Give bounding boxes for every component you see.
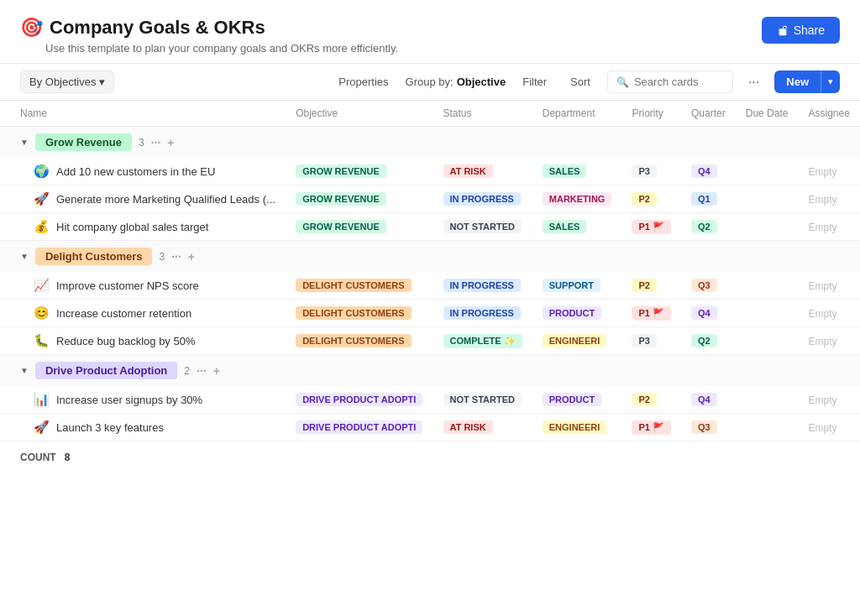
table-row[interactable]: 📈 Improve customer NPS score DELIGHT CUS… (0, 272, 860, 300)
department-badge: PRODUCT (543, 306, 601, 320)
header-title-row: 🎯 Company Goals & OKRs (20, 17, 398, 39)
view-label: By Objectives (29, 76, 96, 88)
objective-badge: GROW REVENUE (296, 192, 386, 206)
filter-button[interactable]: Filter (516, 72, 553, 91)
search-icon: 🔍 (616, 76, 629, 88)
cell-priority: P2 (621, 185, 681, 213)
row-icon: 🐛 (34, 333, 50, 348)
more-options-button[interactable]: ··· (743, 73, 764, 91)
group-add-drive-product-adoption[interactable]: + (213, 364, 220, 378)
cell-name: 📈 Improve customer NPS score (0, 272, 286, 300)
assignee-value: Empty (809, 422, 837, 434)
group-row-drive-product-adoption: ▼ Drive Product Adoption 2 ··· + (0, 355, 860, 387)
group-add-delight-customers[interactable]: + (188, 250, 195, 264)
priority-badge: P2 (632, 393, 656, 406)
status-badge: NOT STARTED (443, 220, 522, 233)
row-icon: 📊 (34, 392, 50, 407)
quarter-badge: Q2 (691, 334, 717, 347)
cell-due-date (736, 185, 799, 213)
view-selector[interactable]: By Objectives ▾ (20, 70, 114, 93)
col-priority: Priority (621, 101, 681, 127)
cell-objective: GROW REVENUE (286, 185, 433, 213)
search-box[interactable]: 🔍 (607, 70, 733, 93)
row-name: Add 10 new customers in the EU (56, 165, 215, 178)
main-table: Name Objective Status Department Priorit… (0, 101, 860, 473)
table-row[interactable]: 🌍 Add 10 new customers in the EU GROW RE… (0, 158, 860, 185)
group-chevron-delight-customers[interactable]: ▼ (20, 252, 29, 261)
table-row[interactable]: 📊 Increase user signups by 30% DRIVE PRO… (0, 386, 860, 414)
table-row[interactable]: 🐛 Reduce bug backlog by 50% DELIGHT CUST… (0, 327, 860, 355)
department-badge: PRODUCT (543, 393, 601, 406)
col-quarter: Quarter (681, 101, 736, 127)
properties-button[interactable]: Properties (332, 72, 395, 91)
priority-badge: P1 🚩 (632, 220, 671, 234)
group-more-drive-product-adoption[interactable]: ··· (197, 364, 207, 378)
assignee-value: Empty (809, 394, 837, 406)
priority-badge: P3 (632, 334, 656, 347)
table-row[interactable]: 😊 Increase customer retention DELIGHT CU… (0, 300, 860, 327)
share-label: Share (794, 23, 825, 37)
new-btn-group: New ▾ (774, 70, 840, 93)
cell-due-date (736, 300, 799, 327)
cell-due-date (736, 158, 799, 185)
cell-quarter: Q1 (681, 185, 736, 213)
group-chevron-drive-product-adoption[interactable]: ▼ (20, 366, 29, 375)
priority-badge: P1 🚩 (632, 306, 671, 321)
group-label-drive-product-adoption: Drive Product Adoption (35, 362, 177, 379)
table-row[interactable]: 🚀 Generate more Marketing Qualified Lead… (0, 185, 860, 213)
group-label-grow-revenue: Grow Revenue (35, 133, 132, 151)
cell-status: IN PROGRESS (433, 272, 532, 300)
new-button[interactable]: New (774, 70, 821, 93)
status-badge: IN PROGRESS (443, 192, 521, 206)
cell-due-date (736, 327, 799, 355)
table-row[interactable]: 💰 Hit company global sales target GROW R… (0, 213, 860, 241)
row-icon: 💰 (34, 219, 50, 234)
cell-name: 🌍 Add 10 new customers in the EU (0, 158, 286, 185)
col-assignee: Assignee (799, 101, 860, 127)
cell-department: MARKETING (532, 185, 622, 213)
row-icon: 🚀 (34, 191, 50, 206)
new-button-dropdown[interactable]: ▾ (821, 70, 840, 93)
col-department: Department (532, 101, 622, 127)
quarter-badge: Q4 (691, 306, 717, 320)
cell-assignee: Empty (799, 185, 860, 213)
group-add-grow-revenue[interactable]: + (167, 136, 174, 149)
cell-assignee: Empty (799, 327, 860, 355)
group-chevron-grow-revenue[interactable]: ▼ (20, 138, 29, 147)
search-input[interactable] (634, 76, 724, 88)
table-row[interactable]: 🚀 Launch 3 key features DRIVE PRODUCT AD… (0, 414, 860, 441)
group-by-value[interactable]: Objective (457, 76, 506, 88)
assignee-value: Empty (809, 194, 837, 206)
cell-objective: DELIGHT CUSTOMERS (286, 327, 433, 355)
quarter-badge: Q2 (691, 220, 717, 233)
cell-name: 😊 Increase customer retention (0, 300, 286, 327)
status-badge: IN PROGRESS (443, 306, 521, 320)
priority-badge: P2 (632, 279, 656, 292)
cell-assignee: Empty (799, 213, 860, 241)
group-count-grow-revenue: 3 (139, 137, 144, 149)
row-icon: 📈 (34, 278, 50, 293)
status-badge: NOT STARTED (443, 393, 522, 406)
sort-button[interactable]: Sort (564, 72, 597, 91)
group-label-delight-customers: Delight Customers (35, 248, 153, 265)
cell-priority: P1 🚩 (621, 213, 681, 241)
department-badge: SALES (543, 220, 587, 233)
cell-assignee: Empty (799, 300, 860, 327)
assignee-value: Empty (809, 336, 837, 347)
cell-objective: DELIGHT CUSTOMERS (286, 300, 433, 327)
header: 🎯 Company Goals & OKRs Use this template… (0, 0, 860, 63)
table-container: Name Objective Status Department Priorit… (0, 101, 860, 473)
group-more-delight-customers[interactable]: ··· (171, 250, 181, 264)
toolbar: By Objectives ▾ Properties Group by: Obj… (0, 63, 860, 101)
priority-badge: P3 (632, 164, 656, 178)
quarter-badge: Q3 (691, 279, 717, 292)
status-badge: IN PROGRESS (443, 279, 521, 292)
group-more-grow-revenue[interactable]: ··· (151, 136, 161, 149)
cell-assignee: Empty (799, 158, 860, 185)
share-button[interactable]: Share (762, 17, 840, 44)
priority-badge: P2 (632, 192, 656, 206)
cell-due-date (736, 386, 799, 414)
objective-badge: GROW REVENUE (296, 164, 386, 178)
cell-status: NOT STARTED (433, 386, 532, 414)
group-row-grow-revenue: ▼ Grow Revenue 3 ··· + (0, 127, 860, 159)
